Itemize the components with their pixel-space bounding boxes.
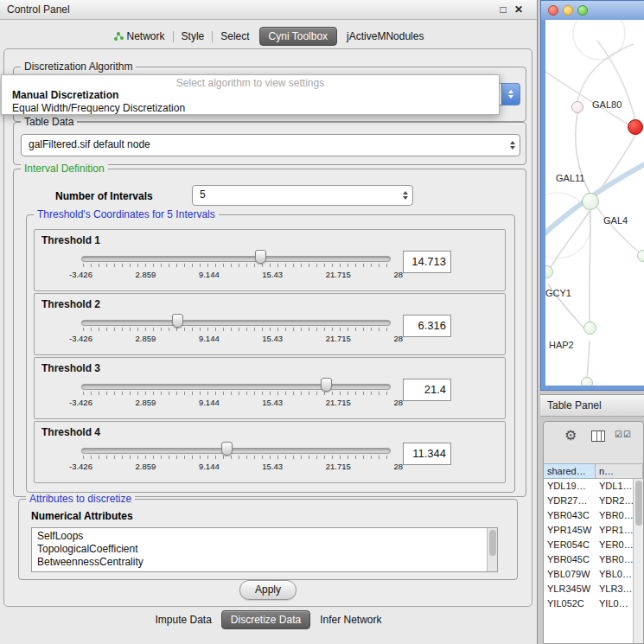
cell[interactable]: YBL079W xyxy=(544,567,596,582)
network-canvas[interactable]: GAL80 GAL11 GAL4 GCY1 HAP2 xyxy=(545,20,644,386)
tab-jactivemnodules[interactable]: jActiveMNodules xyxy=(340,28,430,45)
cell[interactable]: YBR0… xyxy=(596,508,633,523)
network-node[interactable] xyxy=(571,101,583,113)
stepper-icon[interactable] xyxy=(501,83,520,105)
cell[interactable]: YPR145W xyxy=(544,523,596,538)
num-intervals-select[interactable]: 5 xyxy=(192,185,413,206)
threshold-value-field[interactable]: 21.4 xyxy=(403,379,451,401)
threshold-slider[interactable] xyxy=(81,444,391,460)
network-window-titlebar[interactable] xyxy=(541,1,644,20)
tab-select[interactable]: Select xyxy=(214,28,256,45)
table-row[interactable]: YER054CYER0… xyxy=(544,538,633,552)
network-node[interactable] xyxy=(583,322,596,335)
cell[interactable]: YER054C xyxy=(544,538,596,552)
cell[interactable]: YDR27… xyxy=(544,494,596,508)
list-item[interactable]: TopologicalCoefficient xyxy=(32,543,497,556)
slider-track[interactable] xyxy=(81,448,391,454)
scale-tick-label: 9.144 xyxy=(199,334,220,343)
scale-tick-label: 21.715 xyxy=(326,398,351,407)
chevron-down-icon xyxy=(403,196,408,200)
dropdown-option-equal-width[interactable]: Equal Width/Frequency Discretization xyxy=(2,102,499,115)
table-row[interactable]: YDR27…YDR2… xyxy=(544,494,633,508)
tab-label: Cyni Toolbox xyxy=(269,30,328,42)
cell[interactable]: YLR345W xyxy=(544,582,596,596)
float-window-icon[interactable]: □ xyxy=(496,2,510,17)
table-row[interactable]: YBR043CYBR0… xyxy=(544,508,633,523)
window-zoom-button[interactable] xyxy=(577,5,588,16)
tab-cyni-toolbox[interactable]: Cyni Toolbox xyxy=(259,27,337,46)
table-scrollbar[interactable] xyxy=(633,479,643,643)
stepper-icon[interactable] xyxy=(508,141,516,150)
slider-thumb[interactable] xyxy=(221,442,233,456)
network-node[interactable] xyxy=(637,250,644,262)
checkbox-icons[interactable]: ☑☑ xyxy=(615,430,632,439)
table-data-select[interactable]: galFiltered.sif default node xyxy=(21,134,520,156)
cell[interactable]: YER0… xyxy=(596,538,633,552)
threshold-value-field[interactable]: 14.713 xyxy=(403,251,451,273)
slider-thumb[interactable] xyxy=(321,378,332,392)
slider-track[interactable] xyxy=(81,384,391,390)
table-toolbar: ⚙ ☑☑ xyxy=(544,422,643,462)
slider-thumb[interactable] xyxy=(255,250,266,264)
table-row[interactable]: YDL19…YDL1… xyxy=(544,479,633,494)
table-row[interactable]: YBL079WYBL0… xyxy=(544,567,633,582)
tab-discretize-data[interactable]: Discretize Data xyxy=(221,610,310,629)
tab-label: Infer Network xyxy=(320,614,381,626)
column-header-shared[interactable]: shared… xyxy=(544,463,596,479)
slider-track[interactable] xyxy=(81,256,391,262)
table-row[interactable]: YBR045CYBR0… xyxy=(544,552,633,567)
network-node[interactable] xyxy=(582,193,599,210)
scale-tick-label: 15.43 xyxy=(262,334,283,343)
network-node-selected[interactable] xyxy=(628,119,643,135)
slider-thumb[interactable] xyxy=(172,314,183,328)
window-close-button[interactable] xyxy=(548,5,558,16)
slider-scale: -3.426 2.859 9.144 15.43 21.715 28 xyxy=(69,334,403,343)
cell[interactable]: YBR0… xyxy=(596,552,633,567)
cell[interactable]: YIL052C xyxy=(544,596,596,611)
threshold-value-field[interactable]: 11.344 xyxy=(403,443,451,465)
threshold-slider[interactable] xyxy=(81,252,391,268)
network-node[interactable] xyxy=(581,377,593,386)
window-minimize-button[interactable] xyxy=(563,5,573,16)
numerical-attributes-label: Numerical Attributes xyxy=(31,510,133,522)
group-label: Discretization Algorithm xyxy=(21,61,136,73)
list-item[interactable]: BetweennessCentrality xyxy=(32,556,497,569)
stepper-icon[interactable] xyxy=(401,191,409,200)
attributes-list[interactable]: SelfLoops TopologicalCoefficient Between… xyxy=(31,527,498,572)
gear-icon[interactable]: ⚙ xyxy=(564,428,577,443)
cell[interactable]: YLR3… xyxy=(596,582,633,596)
threshold-slider[interactable] xyxy=(81,380,391,396)
list-item[interactable]: SelfLoops xyxy=(32,530,497,543)
close-icon[interactable]: ✕ xyxy=(512,2,526,17)
cell[interactable]: YDR2… xyxy=(596,494,633,508)
column-header-name[interactable]: n… xyxy=(596,463,643,479)
table-row[interactable]: YIL052CYIL0… xyxy=(544,596,633,611)
cell[interactable]: YDL1… xyxy=(596,479,633,494)
scale-tick-label: -3.426 xyxy=(69,462,92,471)
table-row[interactable]: YPR145WYPR1… xyxy=(544,523,633,538)
tab-impute-data[interactable]: Impute Data xyxy=(148,611,218,628)
scrollbar-thumb[interactable] xyxy=(489,530,496,556)
tab-divider xyxy=(212,31,213,42)
tab-network[interactable]: Network xyxy=(106,28,172,45)
threshold-slider[interactable] xyxy=(81,316,391,332)
list-scrollbar[interactable] xyxy=(487,528,497,571)
cell[interactable]: YBL0… xyxy=(596,567,633,582)
cell[interactable]: YDL19… xyxy=(544,479,596,494)
cell[interactable]: YIL0… xyxy=(596,596,633,611)
cell[interactable]: YBR043C xyxy=(544,508,596,523)
threshold-label: Threshold 3 xyxy=(41,362,100,374)
scale-tick-label: -3.426 xyxy=(69,270,92,279)
apply-button[interactable]: Apply xyxy=(239,580,296,600)
tab-style[interactable]: Style xyxy=(175,28,212,45)
dropdown-option-manual[interactable]: Manual Discretization xyxy=(2,89,499,102)
table-row[interactable]: YLR345WYLR3… xyxy=(544,582,633,596)
threshold-value-field[interactable]: 6.316 xyxy=(403,315,451,337)
scrollbar-thumb[interactable] xyxy=(635,481,642,526)
slider-track[interactable] xyxy=(81,320,391,326)
cell[interactable]: YBR045C xyxy=(544,552,596,567)
tab-label: Select xyxy=(220,30,249,42)
cell[interactable]: YPR1… xyxy=(596,523,633,538)
columns-icon[interactable] xyxy=(591,430,605,442)
tab-infer-network[interactable]: Infer Network xyxy=(313,611,388,628)
